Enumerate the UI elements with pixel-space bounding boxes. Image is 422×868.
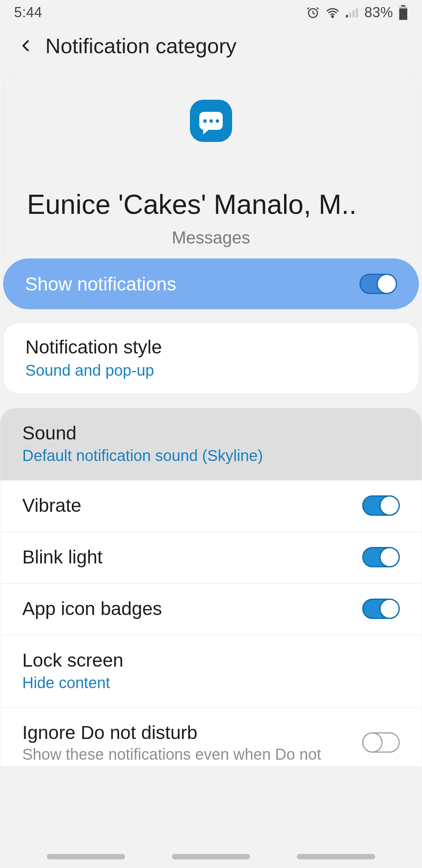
ignore-dnd-description: Show these notifications even when Do no…	[22, 746, 362, 763]
messages-app-icon	[190, 100, 232, 142]
page-title: Notification category	[45, 34, 236, 58]
blink-light-toggle[interactable]	[362, 547, 400, 567]
blink-light-title: Blink light	[22, 546, 362, 568]
signal-icon	[345, 7, 359, 18]
battery-percentage: 83%	[364, 4, 393, 21]
vibrate-title: Vibrate	[22, 495, 362, 516]
navigation-bar[interactable]	[0, 851, 422, 863]
vibrate-row[interactable]: Vibrate	[0, 481, 422, 532]
status-right: 83%	[306, 4, 408, 21]
notification-style-value: Sound and pop-up	[25, 362, 397, 379]
ignore-dnd-row[interactable]: Ignore Do not disturb Show these notific…	[0, 708, 422, 766]
vibrate-toggle[interactable]	[362, 495, 400, 516]
show-notifications-toggle[interactable]	[359, 274, 397, 294]
wifi-icon	[325, 7, 340, 18]
lock-screen-value: Hide content	[22, 674, 400, 692]
status-time: 5:44	[14, 4, 42, 21]
svg-rect-8	[399, 9, 408, 20]
sound-row[interactable]: Sound Default notification sound (Skylin…	[0, 408, 422, 481]
status-bar: 5:44 83%	[0, 0, 422, 25]
svg-point-1	[332, 16, 333, 17]
notification-style-row[interactable]: Notification style Sound and pop-up	[3, 323, 419, 394]
svg-rect-5	[356, 8, 358, 18]
sound-value: Default notification sound (Skyline)	[22, 447, 400, 464]
app-icon-badges-title: App icon badges	[22, 598, 362, 619]
nav-back[interactable]	[297, 854, 375, 859]
lock-screen-title: Lock screen	[22, 649, 400, 671]
lock-screen-row[interactable]: Lock screen Hide content	[0, 635, 422, 708]
app-icon-badges-toggle[interactable]	[362, 599, 400, 619]
alarm-icon	[306, 6, 320, 19]
app-name-label: Messages	[4, 228, 418, 258]
battery-icon	[399, 5, 408, 20]
notification-style-title: Notification style	[25, 336, 397, 358]
hero-card: Eunice 'Cakes' Manalo, M.. Messages	[3, 72, 419, 258]
show-notifications-row[interactable]: Show notifications	[3, 258, 419, 309]
svg-rect-4	[353, 10, 355, 17]
page-header: Notification category	[0, 25, 422, 72]
back-button[interactable]	[16, 36, 36, 56]
settings-panel: Sound Default notification sound (Skylin…	[0, 408, 422, 767]
ignore-dnd-title: Ignore Do not disturb	[22, 722, 362, 743]
contact-name: Eunice 'Cakes' Manalo, M..	[4, 189, 418, 228]
svg-rect-2	[346, 15, 348, 18]
show-notifications-label: Show notifications	[25, 273, 176, 295]
blink-light-row[interactable]: Blink light	[0, 532, 422, 584]
sound-title: Sound	[22, 422, 400, 444]
nav-recents[interactable]	[47, 854, 125, 859]
ignore-dnd-toggle[interactable]	[362, 732, 400, 753]
nav-home[interactable]	[172, 854, 250, 859]
svg-rect-3	[349, 13, 351, 18]
app-icon-badges-row[interactable]: App icon badges	[0, 584, 422, 635]
